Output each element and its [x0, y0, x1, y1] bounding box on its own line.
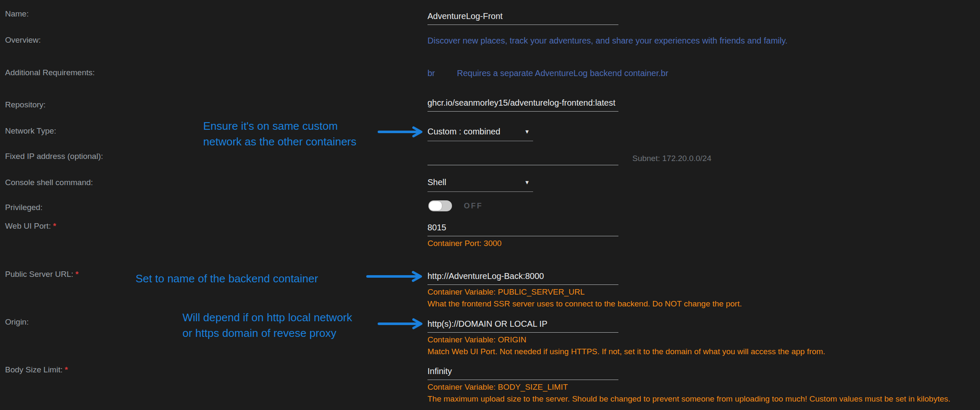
name-input[interactable] [427, 11, 618, 25]
origin-help: Container Variable: ORIGIN Match Web UI … [427, 334, 825, 358]
web-ui-port-label: Web UI Port:* [5, 221, 56, 231]
container-variable-help: Container Variable: PUBLIC_SERVER_URL [427, 286, 742, 298]
required-asterisk: * [53, 221, 56, 230]
container-settings-form: Name: Overview: Additional Requirements:… [0, 0, 980, 410]
fixed-ip-label: Fixed IP address (optional): [5, 152, 103, 161]
network-type-label: Network Type: [5, 126, 56, 136]
console-shell-label: Console shell command: [5, 178, 93, 187]
additional-requirements-label: Additional Requirements: [5, 68, 95, 77]
container-variable-help: Container Variable: BODY_SIZE_LIMIT [427, 381, 950, 393]
chevron-down-icon: ▼ [524, 178, 530, 186]
container-variable-help: Container Variable: ORIGIN [427, 334, 825, 346]
body-size-limit-label: Body Size Limit:* [5, 365, 68, 374]
console-shell-select[interactable]: Shell ▼ [427, 178, 533, 192]
origin-input[interactable] [427, 318, 618, 333]
toggle-knob [429, 201, 442, 210]
privileged-toggle-row: OFF [428, 200, 483, 211]
name-label: Name: [5, 9, 29, 19]
public-server-annotation-arrow-icon [366, 271, 424, 282]
br-tag-text: br [427, 68, 435, 78]
fixed-ip-input[interactable] [427, 151, 618, 165]
subnet-info: Subnet: 172.20.0.0/24 [632, 154, 711, 163]
overview-text: Discover new places, track your adventur… [427, 36, 787, 46]
origin-annotation: Will depend if on http local network or … [182, 310, 352, 341]
privileged-label: Privileged: [5, 203, 43, 212]
overview-label: Overview: [5, 36, 41, 45]
toggle-state-text: OFF [464, 202, 483, 210]
body-size-limit-help: Container Variable: BODY_SIZE_LIMIT The … [427, 381, 950, 405]
repository-input[interactable] [427, 97, 618, 112]
console-shell-value: Shell [427, 178, 446, 187]
additional-requirements-text: brRequires a separate AdventureLog backe… [427, 68, 668, 78]
chevron-down-icon: ▼ [524, 127, 530, 135]
origin-label: Origin: [5, 317, 29, 327]
privileged-toggle[interactable] [428, 200, 452, 211]
public-server-annotation: Set to name of the backend container [136, 271, 318, 287]
web-ui-port-help: Container Port: 3000 [427, 238, 501, 249]
network-annotation-arrow-icon [377, 126, 425, 137]
network-type-value: Custom : combined [427, 127, 500, 137]
public-server-url-input[interactable] [427, 271, 618, 285]
description-help: What the frontend SSR server uses to con… [427, 298, 742, 310]
description-help: Match Web UI Port. Not needed if using H… [427, 346, 825, 358]
required-asterisk: * [76, 270, 79, 279]
description-help: The maximum upload size to the server. S… [427, 393, 950, 405]
body-size-limit-input[interactable] [427, 366, 618, 380]
network-type-select[interactable]: Custom : combined ▼ [427, 127, 533, 141]
network-annotation: Ensure it's on same custom network as th… [203, 118, 357, 150]
repository-label: Repository: [5, 100, 46, 109]
origin-annotation-arrow-icon [377, 318, 425, 329]
public-server-url-help: Container Variable: PUBLIC_SERVER_URL Wh… [427, 286, 742, 310]
required-asterisk: * [65, 365, 68, 374]
public-server-url-label: Public Server URL:* [5, 270, 79, 279]
web-ui-port-input[interactable] [427, 222, 618, 236]
requirements-text: Requires a separate AdventureLog backend… [457, 68, 668, 78]
container-port-help: Container Port: 3000 [427, 238, 501, 249]
